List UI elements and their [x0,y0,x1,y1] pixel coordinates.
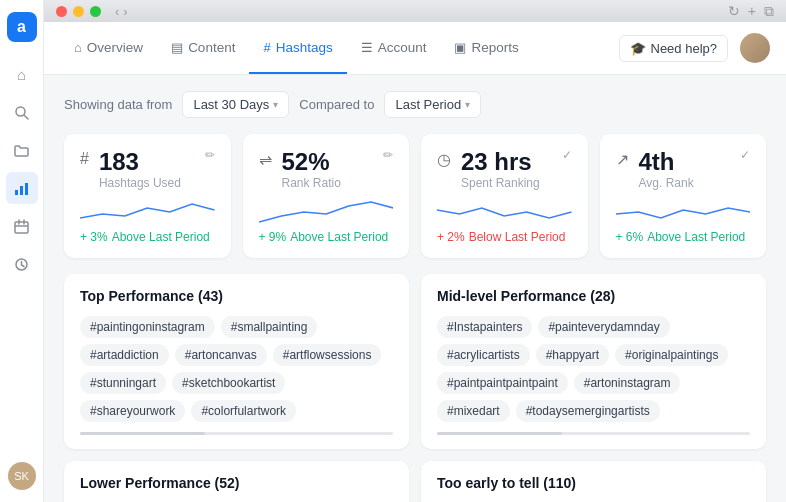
chevron-down-icon: ▾ [273,99,278,110]
stat-label-hashtags: Hashtags Used [99,176,181,190]
date-range-select[interactable]: Last 30 Days ▾ [182,91,289,118]
stat-value-rank: 52% [282,148,341,176]
showing-label: Showing data from [64,97,172,112]
compared-label: Compared to [299,97,374,112]
tab-overview[interactable]: ⌂ Overview [60,22,157,74]
tag-chip[interactable]: #artflowsessions [273,344,382,366]
hashtag-sections-row-1: Top Performance (43) #paintingoninstagra… [64,274,766,449]
forward-button[interactable]: › [123,4,127,19]
refresh-icon[interactable]: ↻ [728,3,740,20]
section-title-lower: Lower Performance (52) [80,475,393,491]
stat-card-hashtags-used: # 183 Hashtags Used ✏ + 3% Above Last Pe… [64,134,231,258]
section-midlevel-performance: Mid-level Performance (28) #Instapainter… [421,274,766,449]
edit-icon-2[interactable]: ✓ [562,148,572,162]
section-lower-performance: Lower Performance (52) #paint #dreamyart… [64,461,409,502]
chevron-down-icon-2: ▾ [465,99,470,110]
edit-icon-1[interactable]: ✏ [383,148,393,162]
navigation-arrows: ‹ › [115,4,128,19]
sidebar-item-chart[interactable] [6,172,38,204]
tag-chip[interactable]: #artoncanvas [175,344,267,366]
stat-change-3: + 6% Above Last Period [616,230,751,244]
stats-row: # 183 Hashtags Used ✏ + 3% Above Last Pe… [64,134,766,258]
hashtag-stat-icon: # [80,150,89,168]
edit-icon-3[interactable]: ✓ [740,148,750,162]
stat-value-avg: 4th [639,148,694,176]
user-avatar[interactable] [740,33,770,63]
sidebar-user-avatar[interactable]: SK [8,462,36,490]
content-area: Showing data from Last 30 Days ▾ Compare… [44,75,786,502]
tag-chip[interactable]: #sketchbookartist [172,372,285,394]
back-button[interactable]: ‹ [115,4,119,19]
tab-reports[interactable]: ▣ Reports [440,22,532,74]
svg-rect-5 [15,222,28,233]
minimize-button[interactable] [73,6,84,17]
sidebar: a ⌂ SK [0,0,44,502]
nav-right: 🎓 Need help? [619,33,771,63]
section-title-top: Top Performance (43) [80,288,393,304]
stat-card-avg-rank: ↗ 4th Avg. Rank ✓ + 6% Above Last Period [600,134,767,258]
hashtag-sections-row-2: Lower Performance (52) #paint #dreamyart… [64,461,766,502]
sidebar-item-home[interactable]: ⌂ [6,58,38,90]
help-button[interactable]: 🎓 Need help? [619,35,729,62]
svg-rect-3 [20,186,23,195]
overview-icon: ⌂ [74,40,82,55]
tag-chip[interactable]: #paintingoninstagram [80,316,215,338]
period-select[interactable]: Last Period ▾ [384,91,481,118]
section-title-early: Too early to tell (110) [437,475,750,491]
stat-change-2: + 2% Below Last Period [437,230,572,244]
tag-chip[interactable]: #mixedart [437,400,510,422]
sidebar-item-calendar[interactable] [6,210,38,242]
tag-chip[interactable]: #painteverydamnday [538,316,669,338]
tab-hashtags[interactable]: # Hashtags [249,22,346,74]
titlebar-actions: ↻ + ⧉ [728,3,774,20]
account-icon: ☰ [361,40,373,55]
hashtag-icon: # [263,40,270,55]
main-content: ‹ › ↻ + ⧉ ⌂ Overview ▤ Content # Hashtag… [44,0,786,502]
window-icon[interactable]: ⧉ [764,3,774,20]
edit-icon-0[interactable]: ✏ [205,148,215,162]
rank-stat-icon: ⇌ [259,150,272,169]
tag-chip[interactable]: #happyart [536,344,609,366]
add-icon[interactable]: + [748,3,756,20]
stat-value-hashtags: 183 [99,148,181,176]
tag-chip[interactable]: #artaddiction [80,344,169,366]
stat-label-time: Spent Ranking [461,176,540,190]
tag-chip[interactable]: #stunningart [80,372,166,394]
scrollbar-mid [437,432,750,435]
stat-change-1: + 9% Above Last Period [259,230,394,244]
maximize-button[interactable] [90,6,101,17]
sidebar-item-search[interactable] [6,96,38,128]
stat-change-0: + 3% Above Last Period [80,230,215,244]
tag-chip[interactable]: #smallpainting [221,316,318,338]
section-title-mid: Mid-level Performance (28) [437,288,750,304]
tab-account[interactable]: ☰ Account [347,22,441,74]
stat-label-rank: Rank Ratio [282,176,341,190]
tag-chip[interactable]: #acrylicartists [437,344,530,366]
stat-label-avg: Avg. Rank [639,176,694,190]
tag-chip[interactable]: #colorfulartwork [191,400,296,422]
content-icon: ▤ [171,40,183,55]
stat-value-time: 23 hrs [461,148,540,176]
tag-chip[interactable]: #todaysemergingartists [516,400,660,422]
tag-chip[interactable]: #Instapainters [437,316,532,338]
tag-chip[interactable]: #paintpaintpaintpaint [437,372,568,394]
tag-chip[interactable]: #artoninstagram [574,372,681,394]
sidebar-item-history[interactable] [6,248,38,280]
close-button[interactable] [56,6,67,17]
app-header: ⌂ Overview ▤ Content # Hashtags ☰ Accoun… [44,22,786,75]
tag-chip[interactable]: #shareyourwork [80,400,185,422]
app-logo: a [7,12,37,42]
stat-card-spent-ranking: ◷ 23 hrs Spent Ranking ✓ + 2% Below Last… [421,134,588,258]
tag-chip[interactable]: #originalpaintings [615,344,728,366]
titlebar: ‹ › ↻ + ⧉ [44,0,786,22]
time-stat-icon: ◷ [437,150,451,169]
reports-icon: ▣ [454,40,466,55]
help-icon: 🎓 [630,41,646,56]
svg-rect-2 [15,190,18,195]
trending-stat-icon: ↗ [616,150,629,169]
filter-row: Showing data from Last 30 Days ▾ Compare… [64,91,766,118]
tab-content[interactable]: ▤ Content [157,22,249,74]
tags-grid-mid: #Instapainters #painteverydamnday #acryl… [437,316,750,422]
svg-line-1 [24,115,28,119]
sidebar-item-folder[interactable] [6,134,38,166]
